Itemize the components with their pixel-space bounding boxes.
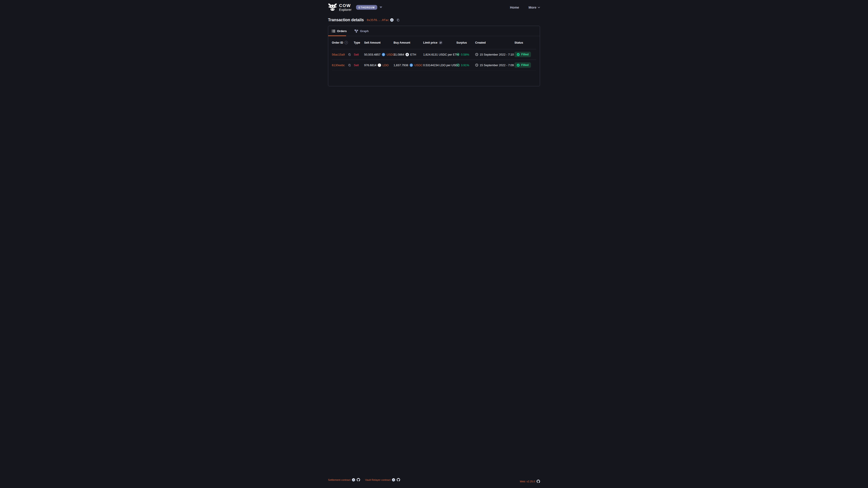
buy-token-link[interactable]: USDC — [414, 64, 423, 67]
orders-table: Order ID ? Type Sell Amount Buy Amount L… — [332, 36, 536, 70]
tab-orders[interactable]: Orders — [332, 29, 347, 33]
buy-amount-value: 31.0864 — [394, 53, 404, 56]
copy-icon[interactable] — [348, 64, 351, 67]
order-id-link[interactable]: 56ac15a9 — [332, 53, 345, 56]
transaction-card: Orders Graph Order ID ? — [328, 26, 540, 86]
order-type: Sell — [354, 64, 359, 67]
etherscan-icon[interactable] — [352, 478, 355, 482]
etherscan-icon[interactable] — [390, 18, 394, 22]
ldo-token-icon — [378, 64, 381, 67]
sell-amount-value: 976.6814 — [364, 64, 376, 67]
site-header: COW Explorer ETHEREUM Home More — [328, 0, 540, 11]
tab-graph[interactable]: Graph — [354, 29, 369, 33]
col-order-id: Order ID — [332, 41, 343, 44]
web-version-link[interactable]: Web: v2.25.0 — [520, 480, 535, 483]
tab-orders-label: Orders — [337, 29, 347, 33]
check-icon — [517, 64, 520, 67]
github-icon[interactable] — [537, 480, 540, 483]
main-nav: Home More — [510, 6, 540, 9]
tx-hash-link[interactable]: 0x35f6...0fac — [367, 18, 389, 22]
col-buy-amount: Buy Amount — [394, 41, 410, 44]
brand-logo[interactable]: COW Explorer — [328, 3, 351, 11]
buy-amount-value: 1,837.7938 — [394, 64, 408, 67]
caret-down-icon — [379, 6, 382, 8]
sell-token-link[interactable]: LDO — [382, 64, 389, 67]
col-surplus: Surplus — [456, 41, 467, 44]
vault-relayer-contract-group: Vault Relayer contract — [365, 478, 400, 482]
table-row: 6130eebc Sell 976.6814 LDO 1 — [332, 60, 536, 70]
brand-wordmark: COW Explorer — [339, 3, 351, 11]
tab-graph-label: Graph — [360, 29, 369, 33]
brand-product: Explorer — [339, 8, 351, 11]
sell-amount-value: 50,503.4857 — [364, 53, 380, 56]
surplus-up-icon — [456, 53, 460, 56]
nav-home[interactable]: Home — [510, 6, 519, 9]
surplus-value: 3.91% — [461, 64, 469, 67]
site-footer: Settlement contract Vault Relayer contra… — [328, 478, 540, 488]
tab-bar: Orders Graph — [328, 26, 540, 36]
surplus-value: 0.58% — [461, 53, 469, 56]
github-icon[interactable] — [397, 478, 400, 482]
limit-price-value: 0.53144234 LDO per USDC — [423, 64, 460, 67]
status-badge: Filled — [515, 52, 531, 57]
status-label: Filled — [521, 53, 529, 56]
col-sell-amount: Sell Amount — [364, 41, 380, 44]
order-id-link[interactable]: 6130eebc — [332, 64, 345, 67]
cow-logo-icon — [328, 3, 337, 11]
question-icon[interactable]: ? — [344, 41, 348, 44]
table-row: 56ac15a9 Sell 50,503.4857 USDC — [332, 49, 536, 60]
version-group: Web: v2.25.0 — [520, 480, 540, 483]
nav-more-label: More — [528, 6, 536, 9]
col-limit-price: Limit price — [423, 41, 437, 44]
graph-icon — [354, 29, 358, 33]
page-title: Transaction details — [328, 18, 364, 22]
usdc-token-icon — [410, 64, 413, 67]
github-icon[interactable] — [357, 478, 360, 482]
swap-icon[interactable] — [439, 41, 442, 44]
clock-icon — [475, 53, 478, 56]
usdc-token-icon — [382, 53, 385, 56]
created-value: 15 September 2022 - 7:10 AM — [480, 53, 519, 56]
clock-icon — [475, 64, 478, 67]
limit-price-value: 1,624.6131 USDC per ETH — [423, 53, 459, 56]
title-row: Transaction details 0x35f6...0fac — [328, 18, 540, 22]
network-badge[interactable]: ETHEREUM — [356, 5, 377, 10]
network-selector[interactable]: ETHEREUM — [356, 5, 382, 10]
copy-icon[interactable] — [348, 53, 351, 56]
surplus-up-icon — [456, 64, 460, 67]
settlement-contract-link[interactable]: Settlement contract — [328, 479, 350, 481]
chevron-down-icon — [538, 7, 540, 8]
settlement-contract-group: Settlement contract — [328, 478, 360, 482]
col-status: Status — [515, 41, 523, 44]
buy-token-label: ETH — [410, 53, 416, 56]
nav-more[interactable]: More — [528, 6, 540, 9]
list-icon — [332, 30, 335, 33]
brand-name: COW — [339, 3, 351, 8]
page: COW Explorer ETHEREUM Home More Transact… — [328, 0, 540, 488]
etherscan-icon[interactable] — [392, 478, 395, 482]
status-badge: Filled — [515, 62, 531, 68]
eth-token-icon — [405, 53, 409, 56]
order-type: Sell — [354, 53, 359, 56]
copy-icon[interactable] — [397, 19, 400, 22]
table-header-row: Order ID ? Type Sell Amount Buy Amount L… — [332, 36, 536, 49]
col-created: Created — [475, 41, 486, 44]
check-icon — [517, 53, 520, 56]
vault-relayer-contract-link[interactable]: Vault Relayer contract — [365, 479, 391, 481]
col-type: Type — [354, 41, 360, 44]
status-label: Filled — [521, 64, 529, 67]
created-value: 15 September 2022 - 7:09 AM — [480, 64, 519, 67]
active-tab-indicator — [328, 35, 346, 36]
